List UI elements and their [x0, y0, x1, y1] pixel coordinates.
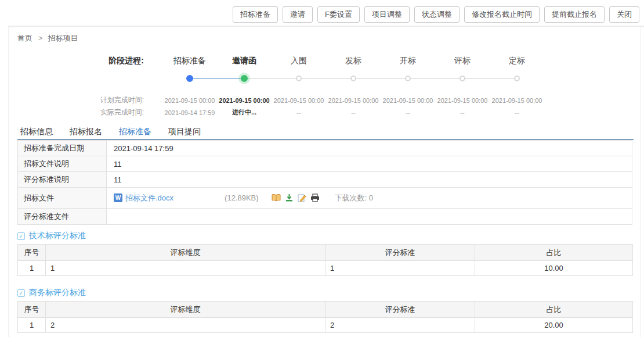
breadcrumb-current: 招标项目	[48, 34, 78, 42]
actual-time: 进行中...	[217, 108, 272, 117]
tab-bid-prepare[interactable]: 招标准备	[119, 127, 151, 137]
collapse-check-icon[interactable]: ✓	[17, 232, 25, 240]
tab-bid-signup[interactable]: 招标报名	[70, 127, 102, 137]
row-label: 招标文件	[18, 188, 107, 209]
stage-progress: 阶段进程: 招标准备 邀请函 入围 发标 开标 评标 定标 计划完成时间: 20…	[0, 56, 644, 119]
cell-standard: 2	[325, 318, 475, 333]
actual-time: --	[435, 109, 490, 116]
stage-dot-pending	[405, 76, 411, 81]
plan-time: 2021-09-15 00:00	[326, 97, 381, 104]
cell-standard: 1	[325, 261, 475, 276]
table-row: 评分标准说明 11	[18, 172, 632, 188]
stage-name: 招标准备	[162, 56, 217, 66]
breadcrumb-separator: >	[38, 34, 43, 42]
bid-prepare-detail-table: 招标准备完成日期 2021-09-14 17:59 招标文件说明 11 评分标准…	[17, 140, 632, 225]
table-header-row: 序号 评标维度 评分标准 占比	[18, 245, 633, 261]
preview-book-icon[interactable]	[272, 193, 281, 202]
plan-time: 2021-09-15 00:00	[162, 97, 217, 104]
edit-icon[interactable]	[298, 193, 306, 202]
tech-score-table: 序号 评标维度 评分标准 占比 1 1 1 10.00	[17, 244, 633, 276]
toolbar-divider	[8, 26, 644, 27]
stage-name: 发标	[326, 56, 381, 66]
col-header-standard: 评分标准	[325, 302, 475, 318]
stage-dot-pending	[460, 76, 465, 81]
bid-prepare-button[interactable]: 招标准备	[233, 6, 278, 23]
tech-score-section-title[interactable]: 技术标评分标准	[29, 231, 86, 241]
col-header-dimension: 评标维度	[46, 245, 325, 261]
stage-name: 开标	[381, 56, 435, 66]
actual-time-label: 实际完成时间:	[0, 107, 162, 117]
cell-dimension: 1	[46, 261, 325, 276]
table-row: 招标文件说明 11	[18, 156, 632, 172]
table-row: 1 2 2 20.00	[18, 318, 633, 333]
stage-dot-active	[241, 75, 248, 82]
file-size: (12.89KB)	[225, 193, 259, 202]
row-label: 评分标准说明	[18, 172, 107, 188]
actual-time: 2021-09-14 17:59	[162, 109, 217, 116]
actual-time: --	[490, 109, 544, 116]
file-link[interactable]: 招标文件.docx	[125, 193, 173, 203]
project-adjust-button[interactable]: 项目调整	[364, 6, 410, 23]
plan-time: 2021-09-15 00:00	[272, 97, 326, 104]
stage-name: 邀请函	[217, 56, 272, 66]
invite-button[interactable]: 邀请	[283, 6, 313, 23]
stage-dots-row	[0, 71, 644, 86]
col-header-standard: 评分标准	[325, 245, 475, 261]
plan-time-label: 计划完成时间:	[0, 95, 162, 105]
actual-time: --	[272, 109, 326, 116]
table-row-file: 招标文件 W 招标文件.docx (12.89KB)	[18, 188, 632, 209]
modify-deadline-button[interactable]: 修改报名截止时间	[464, 6, 540, 23]
committee-setup-button[interactable]: F委设置	[317, 6, 360, 23]
stage-dot-pending	[350, 76, 356, 81]
actual-time: --	[326, 109, 381, 116]
close-button[interactable]: 关闭	[609, 6, 639, 23]
stage-name: 入围	[272, 56, 326, 66]
row-value	[107, 209, 632, 225]
commercial-score-table: 序号 评标维度 评分标准 占比 1 2 2 20.00	[17, 301, 633, 333]
col-header-seq: 序号	[18, 245, 46, 261]
row-value: 11	[107, 172, 632, 188]
cell-seq: 1	[18, 318, 46, 333]
stage-name: 定标	[490, 56, 544, 66]
plan-time: 2021-09-15 00:00	[435, 97, 490, 104]
collapse-check-icon[interactable]: ✓	[17, 289, 25, 297]
breadcrumb-home[interactable]: 首页	[17, 34, 32, 42]
commercial-score-section-header: ✓ 商务标评分标准	[17, 288, 86, 298]
cell-dimension: 2	[46, 318, 325, 333]
stage-progress-label: 阶段进程:	[0, 56, 162, 66]
commercial-score-section-title[interactable]: 商务标评分标准	[29, 288, 86, 298]
table-row: 招标准备完成日期 2021-09-14 17:59	[18, 141, 632, 156]
stage-dot-done	[186, 75, 193, 82]
print-icon[interactable]	[310, 193, 320, 202]
status-adjust-button[interactable]: 状态调整	[414, 6, 460, 23]
plan-time: 2021-09-15 00:00	[217, 97, 272, 104]
col-header-ratio: 占比	[475, 245, 633, 261]
cell-ratio: 10.00	[475, 261, 633, 276]
tab-bid-info[interactable]: 招标信息	[20, 127, 53, 137]
plan-time: 2021-09-15 00:00	[490, 97, 544, 104]
stage-dot-pending	[514, 76, 520, 81]
row-label: 招标文件说明	[18, 156, 107, 172]
table-header-row: 序号 评标维度 评分标准 占比	[18, 302, 633, 318]
stage-dot-pending	[296, 76, 302, 81]
row-label: 招标准备完成日期	[18, 141, 107, 156]
download-icon[interactable]	[285, 193, 294, 202]
actual-time-row: 实际完成时间: 2021-09-14 17:59 进行中... -- -- --…	[0, 106, 644, 119]
col-header-ratio: 占比	[475, 302, 633, 318]
table-row: 评分标准文件	[18, 209, 632, 225]
table-row: 1 1 1 10.00	[18, 261, 633, 276]
cell-seq: 1	[18, 261, 46, 276]
breadcrumb: 首页 > 招标项目	[17, 33, 78, 44]
col-header-dimension: 评标维度	[46, 302, 325, 318]
tab-project-questions[interactable]: 项目提问	[168, 127, 201, 137]
actual-time: --	[381, 109, 435, 116]
plan-time: 2021-09-15 00:00	[381, 97, 435, 104]
early-close-signup-button[interactable]: 提前截止报名	[544, 6, 605, 23]
detail-tabs: 招标信息 招标报名 招标准备 项目提问	[20, 127, 201, 137]
plan-time-row: 计划完成时间: 2021-09-15 00:00 2021-09-15 00:0…	[0, 94, 644, 106]
row-value: 2021-09-14 17:59	[107, 141, 632, 156]
col-header-seq: 序号	[18, 302, 46, 318]
row-value: 11	[107, 156, 632, 172]
download-count: 下载次数: 0	[335, 193, 373, 203]
row-label: 评分标准文件	[18, 209, 107, 225]
